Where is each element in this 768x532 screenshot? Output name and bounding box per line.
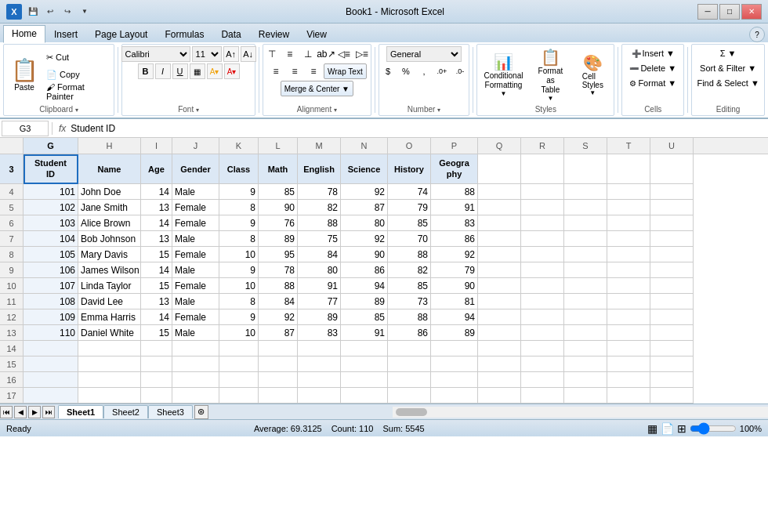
- cell-P6[interactable]: 83: [431, 215, 478, 231]
- cell-O12[interactable]: 88: [388, 309, 431, 325]
- cell-R12[interactable]: [521, 309, 564, 325]
- cell-styles-button[interactable]: 🎨 CellStyles ▼: [574, 51, 610, 98]
- cell-H4[interactable]: John Doe: [78, 184, 141, 200]
- row-header-4[interactable]: 4: [0, 184, 24, 200]
- sheet-prev-btn[interactable]: ◀: [14, 406, 27, 418]
- cell-O8[interactable]: 88: [388, 247, 431, 262]
- cell-K14[interactable]: [219, 341, 259, 356]
- cell-Q3[interactable]: [478, 154, 521, 184]
- cell-I3[interactable]: Age: [141, 154, 172, 184]
- font-color-button[interactable]: A▾: [224, 63, 240, 79]
- cell-G8[interactable]: 105: [24, 247, 78, 262]
- cell-U14[interactable]: [650, 341, 694, 356]
- cell-H13[interactable]: Daniel White: [78, 325, 141, 341]
- cell-L10[interactable]: 88: [259, 278, 298, 294]
- cell-Q6[interactable]: [478, 215, 521, 231]
- cell-N11[interactable]: 89: [341, 294, 388, 309]
- underline-button[interactable]: U: [172, 63, 188, 79]
- close-button[interactable]: ✕: [741, 4, 762, 20]
- page-layout-icon[interactable]: 📄: [661, 422, 674, 435]
- formula-input[interactable]: [71, 121, 766, 136]
- tab-view[interactable]: View: [298, 26, 335, 42]
- cell-N15[interactable]: [341, 356, 388, 372]
- cell-S15[interactable]: [564, 356, 607, 372]
- cell-T7[interactable]: [607, 231, 650, 247]
- cell-N16[interactable]: [341, 372, 388, 388]
- sheet-tab-sheet1[interactable]: Sheet1: [58, 405, 103, 418]
- paste-button[interactable]: 📋 Paste: [7, 54, 42, 95]
- cell-Q13[interactable]: [478, 325, 521, 341]
- cell-R11[interactable]: [521, 294, 564, 309]
- cell-I15[interactable]: [141, 356, 172, 372]
- copy-button[interactable]: 📄 Copy: [43, 67, 110, 82]
- cell-O10[interactable]: 85: [388, 278, 431, 294]
- cell-T13[interactable]: [607, 325, 650, 341]
- cell-G17[interactable]: [24, 388, 78, 404]
- cell-L15[interactable]: [259, 356, 298, 372]
- cell-G7[interactable]: 104: [24, 231, 78, 247]
- undo-quick-btn[interactable]: ↩: [42, 5, 58, 19]
- cell-O4[interactable]: 74: [388, 184, 431, 200]
- left-align-button[interactable]: ≡: [267, 63, 284, 79]
- cell-P16[interactable]: [431, 372, 478, 388]
- cell-U9[interactable]: [650, 262, 694, 278]
- cell-Q10[interactable]: [478, 278, 521, 294]
- cell-U3[interactable]: [650, 154, 694, 184]
- merge-center-button[interactable]: Merge & Center ▼: [281, 81, 353, 96]
- cell-S11[interactable]: [564, 294, 607, 309]
- cell-L12[interactable]: 92: [259, 309, 298, 325]
- cell-T16[interactable]: [607, 372, 650, 388]
- col-header-N[interactable]: N: [341, 138, 388, 154]
- cell-Q4[interactable]: [478, 184, 521, 200]
- cell-O17[interactable]: [388, 388, 431, 404]
- cell-reference-box[interactable]: [2, 121, 49, 136]
- cell-I11[interactable]: 13: [141, 294, 172, 309]
- cell-K16[interactable]: [219, 372, 259, 388]
- cell-I12[interactable]: 14: [141, 309, 172, 325]
- sort-filter-button[interactable]: Sort & Filter ▼: [696, 61, 760, 75]
- insert-sheet-btn[interactable]: ⊛: [194, 405, 208, 419]
- cell-M6[interactable]: 88: [298, 215, 341, 231]
- col-header-L[interactable]: L: [259, 138, 298, 154]
- tab-insert[interactable]: Insert: [45, 26, 86, 42]
- cell-M10[interactable]: 91: [298, 278, 341, 294]
- cell-P7[interactable]: 86: [431, 231, 478, 247]
- cell-S17[interactable]: [564, 388, 607, 404]
- sheet-tab-sheet2[interactable]: Sheet2: [103, 405, 148, 418]
- cell-J10[interactable]: Female: [172, 278, 219, 294]
- cell-G13[interactable]: 110: [24, 325, 78, 341]
- cell-N3[interactable]: Science: [341, 154, 388, 184]
- cell-K5[interactable]: 8: [219, 200, 259, 215]
- cell-I9[interactable]: 14: [141, 262, 172, 278]
- cell-Q7[interactable]: [478, 231, 521, 247]
- cell-Q14[interactable]: [478, 341, 521, 356]
- border-button[interactable]: ▦: [190, 63, 205, 79]
- cell-T10[interactable]: [607, 278, 650, 294]
- cell-K12[interactable]: 9: [219, 309, 259, 325]
- cell-H15[interactable]: [78, 356, 141, 372]
- cell-R5[interactable]: [521, 200, 564, 215]
- cell-S12[interactable]: [564, 309, 607, 325]
- cell-L14[interactable]: [259, 341, 298, 356]
- cell-R8[interactable]: [521, 247, 564, 262]
- cell-I16[interactable]: [141, 372, 172, 388]
- cell-L16[interactable]: [259, 372, 298, 388]
- save-quick-btn[interactable]: 💾: [25, 5, 41, 19]
- tab-page-layout[interactable]: Page Layout: [86, 26, 156, 42]
- cell-T8[interactable]: [607, 247, 650, 262]
- top-align-button[interactable]: ⊤: [263, 46, 281, 62]
- cell-O14[interactable]: [388, 341, 431, 356]
- cell-H8[interactable]: Mary Davis: [78, 247, 141, 262]
- cell-J6[interactable]: Female: [172, 215, 219, 231]
- cell-P4[interactable]: 88: [431, 184, 478, 200]
- wrap-text-button[interactable]: Wrap Text: [324, 63, 367, 79]
- number-format-select[interactable]: General: [386, 46, 462, 62]
- cell-J16[interactable]: [172, 372, 219, 388]
- cell-P9[interactable]: 79: [431, 262, 478, 278]
- cell-L5[interactable]: 90: [259, 200, 298, 215]
- sheet-next-btn[interactable]: ▶: [28, 406, 41, 418]
- cell-U11[interactable]: [650, 294, 694, 309]
- col-header-Q[interactable]: Q: [478, 138, 521, 154]
- cell-S13[interactable]: [564, 325, 607, 341]
- cell-L17[interactable]: [259, 388, 298, 404]
